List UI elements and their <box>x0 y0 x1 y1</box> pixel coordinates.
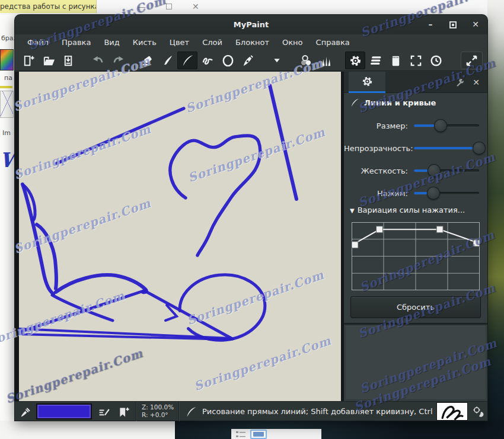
statusbar-divider <box>178 402 179 421</box>
slider-knob[interactable] <box>473 142 486 155</box>
menu-item-7[interactable]: Блокнот <box>229 38 276 47</box>
slider-label: Нажим: <box>344 189 414 198</box>
statusbar: Z: 100.0% R: +0.0° Рисование прямых лини… <box>15 401 487 421</box>
current-color-swatch[interactable] <box>36 403 92 419</box>
canvas-strokes <box>19 72 341 401</box>
undo-icon <box>91 54 105 68</box>
redo-icon <box>111 54 125 68</box>
curve-handle[interactable] <box>377 226 383 233</box>
color-wheel-button[interactable] <box>296 52 316 69</box>
menu-item-5[interactable]: Цвет <box>163 38 196 47</box>
save-document-icon <box>62 54 76 68</box>
rotation-value: R: +0.0° <box>142 411 174 419</box>
slider-knob[interactable] <box>428 164 441 177</box>
caret-down-button[interactable] <box>267 52 287 69</box>
slider-knob[interactable] <box>434 119 447 132</box>
open-document-button[interactable] <box>39 52 59 69</box>
straight-line-tool-button[interactable] <box>177 52 197 69</box>
eraser-button[interactable] <box>137 52 157 69</box>
background-watermark-letter: W <box>0 148 15 172</box>
history-button[interactable] <box>426 52 446 69</box>
brush-set-icon <box>320 54 333 68</box>
color-swatch-fill <box>37 405 91 418</box>
background-browser-tab[interactable]: редства работы с рисунками <box>0 0 97 13</box>
history-icon <box>429 54 443 68</box>
background-window-titlebar: редства работы с рисунками — ✕ <box>0 0 487 15</box>
canvas-background <box>15 72 344 401</box>
menu-item-8[interactable]: Окно <box>276 38 310 47</box>
slider-track[interactable] <box>414 119 479 132</box>
tab-tool-options[interactable] <box>349 72 385 93</box>
scratchpad-button[interactable] <box>385 52 406 69</box>
reset-button[interactable]: Сбросить <box>350 296 481 318</box>
undo-button[interactable] <box>88 52 108 69</box>
brush-set-button[interactable] <box>316 52 336 69</box>
background-minimize-icon[interactable]: — <box>138 2 146 11</box>
main-area: ✕ Линии и кривые Размер:Непрозрачность:Ж… <box>15 72 487 401</box>
connected-lines-tool-icon <box>201 54 215 68</box>
titlebar[interactable]: MyPaint – ✕ <box>15 15 487 34</box>
open-document-icon <box>42 54 56 68</box>
slider-track[interactable] <box>414 187 479 200</box>
inking-pen-tool-icon <box>241 54 255 68</box>
menu-item-6[interactable]: Слой <box>196 38 229 47</box>
empty-subpanel <box>345 325 486 400</box>
chevron-down-icon: ▼ <box>350 207 355 214</box>
background-highlight <box>0 86 12 88</box>
menu-item-9[interactable]: Справка <box>310 38 356 47</box>
zoom-level: Z: 100.0% <box>142 403 174 411</box>
menu-item-3[interactable]: Вид <box>97 38 126 47</box>
pressure-curve-editor[interactable] <box>352 222 480 290</box>
maximize-icon[interactable] <box>449 21 457 28</box>
minimize-icon[interactable]: – <box>426 15 435 34</box>
background-text: па <box>3 74 12 82</box>
brush-preview[interactable] <box>437 403 467 420</box>
brush-color-target-icon[interactable] <box>471 404 486 419</box>
new-document-button[interactable] <box>18 52 39 69</box>
tool-options-button[interactable] <box>345 52 365 69</box>
expand-view-button[interactable] <box>461 52 483 69</box>
ellipse-tool-icon <box>221 54 235 68</box>
panel-body: Линии и кривые Размер:Непрозрачность:Жес… <box>344 93 487 401</box>
freehand-brush-button[interactable] <box>157 52 177 69</box>
pressure-variation-expander[interactable]: ▼Вариация силы нажатия... <box>350 206 465 214</box>
inking-pen-tool-button[interactable] <box>238 52 258 69</box>
wrench-icon[interactable] <box>452 76 465 89</box>
slider-track[interactable] <box>414 142 479 155</box>
eyedropper-icon[interactable] <box>18 404 33 419</box>
freehand-brush-icon <box>161 54 174 68</box>
toolbar <box>15 50 487 71</box>
close-icon[interactable]: ✕ <box>471 15 480 34</box>
brush-settings-icon[interactable] <box>96 404 111 419</box>
save-document-button[interactable] <box>59 52 79 69</box>
background-thumbnail[interactable] <box>0 91 14 118</box>
slider-track[interactable] <box>414 164 479 177</box>
new-document-icon <box>22 54 36 68</box>
menubar: ФайлПравкаВидКистьЦветСлойБлокнотОкноСпр… <box>15 34 487 50</box>
desktop: редства работы с рисунками — ✕ браж па I… <box>0 0 504 439</box>
list-view-icon[interactable] <box>236 431 245 438</box>
curve-handle[interactable] <box>436 226 443 233</box>
background-close-icon[interactable]: ✕ <box>192 2 199 11</box>
panel-close-icon[interactable]: ✕ <box>470 76 483 89</box>
background-maximize-icon[interactable] <box>166 4 172 9</box>
expander-label: Вариация силы нажатия... <box>358 206 465 214</box>
background-thumbnail[interactable] <box>0 49 14 71</box>
fullscreen-button[interactable] <box>406 52 426 69</box>
menu-item-4[interactable]: Кисть <box>126 38 163 47</box>
bookmark-add-icon[interactable] <box>116 404 131 419</box>
slider-knob[interactable] <box>427 187 440 200</box>
scratchpad-icon <box>389 54 403 68</box>
connected-lines-tool-button[interactable] <box>197 52 218 69</box>
image-file-icon[interactable] <box>250 430 267 439</box>
expand-view-icon <box>465 54 479 68</box>
menu-item-1[interactable]: Файл <box>21 38 55 47</box>
layers-button[interactable] <box>365 52 385 69</box>
curve-handle[interactable] <box>473 240 480 246</box>
drawing-canvas[interactable] <box>19 72 341 401</box>
ellipse-tool-button[interactable] <box>218 52 238 69</box>
menu-item-2[interactable]: Правка <box>55 38 97 47</box>
curve-handle[interactable] <box>352 242 358 248</box>
redo-button[interactable] <box>108 52 128 69</box>
tool-options-icon <box>349 54 362 68</box>
